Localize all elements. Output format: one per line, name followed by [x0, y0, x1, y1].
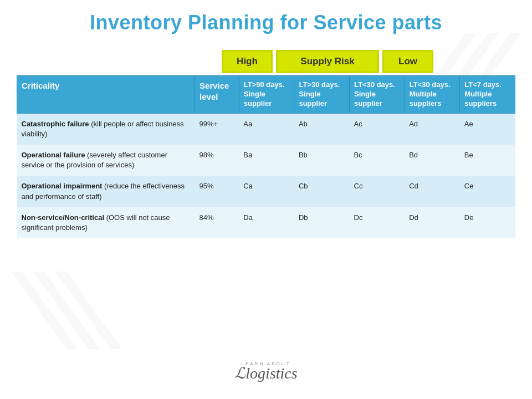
cell-service-level: 84% [195, 207, 239, 238]
cell-data-3-2: Dc [350, 207, 405, 238]
table-row: Non-service/Non-critical (OOS will not c… [17, 207, 515, 238]
cell-criticality: Operational failure (severely affect cus… [17, 145, 195, 176]
cell-data-1-1: Bb [294, 145, 350, 176]
cell-data-2-1: Cb [294, 176, 350, 207]
cell-data-3-0: Da [239, 207, 294, 238]
main-table: Criticality Service level LT>90 days. Si… [17, 75, 515, 238]
cell-data-2-4: Ce [460, 176, 515, 207]
cell-data-3-3: Dd [405, 207, 460, 238]
header-col1: LT>90 days. Single supplier [239, 76, 294, 114]
cell-data-2-0: Ca [239, 176, 294, 207]
table-row: Catastrophic failure (kill people or aff… [17, 113, 515, 145]
sr-spacer [17, 50, 222, 73]
cell-data-2-2: Cc [350, 176, 405, 207]
cell-data-1-4: Be [460, 145, 515, 176]
page-title: Inventory Planning for Service parts [17, 11, 515, 34]
logo-cursive: ℒ [234, 365, 245, 382]
table-header-row: Criticality Service level LT>90 days. Si… [17, 76, 515, 114]
supply-risk-row: High Supply Risk Low [17, 50, 515, 73]
table-row: Operational impairment (reduce the effec… [17, 176, 515, 207]
cell-data-0-4: Ae [460, 113, 515, 145]
cell-service-level: 95% [195, 176, 239, 207]
cell-criticality: Non-service/Non-critical (OOS will not c… [17, 207, 195, 238]
cell-data-1-2: Bc [350, 145, 405, 176]
cell-data-3-4: De [460, 207, 515, 238]
cell-data-2-3: Cd [405, 176, 460, 207]
cell-data-0-0: Aa [239, 113, 294, 145]
cell-criticality: Catastrophic failure (kill people or aff… [17, 113, 195, 145]
header-col3: LT<30 days. Single supplier [350, 76, 405, 114]
header-criticality: Criticality [17, 76, 195, 114]
watermark-bottom-left [11, 266, 122, 355]
supply-risk-main-label: Supply Risk [276, 50, 379, 73]
cell-data-0-3: Ad [405, 113, 460, 145]
cell-service-level: 99%+ [195, 113, 239, 145]
cell-data-3-1: Db [294, 207, 350, 238]
logo-text-value: logistics [245, 365, 297, 382]
main-content: Inventory Planning for Service parts Hig… [0, 0, 532, 249]
cell-criticality: Operational impairment (reduce the effec… [17, 176, 195, 207]
header-col5: LT<7 days. Multiple suppliers [460, 76, 515, 114]
header-col2: LT>30 days. Single supplier [294, 76, 350, 114]
header-service-level: Service level [195, 76, 239, 114]
supply-risk-low-label: Low [382, 50, 433, 73]
logo-area: LEARN ABOUT ℒlogistics [234, 361, 297, 382]
cell-data-0-2: Ac [350, 113, 405, 145]
cell-service-level: 98% [195, 145, 239, 176]
supply-risk-high-label: High [222, 50, 273, 73]
cell-data-0-1: Ab [294, 113, 350, 145]
cell-data-1-3: Bd [405, 145, 460, 176]
cell-data-1-0: Ba [239, 145, 294, 176]
table-row: Operational failure (severely affect cus… [17, 145, 515, 176]
header-col4: LT<30 days. Multiple suppliers [405, 76, 460, 114]
logo-main-text: ℒlogistics [234, 364, 297, 382]
